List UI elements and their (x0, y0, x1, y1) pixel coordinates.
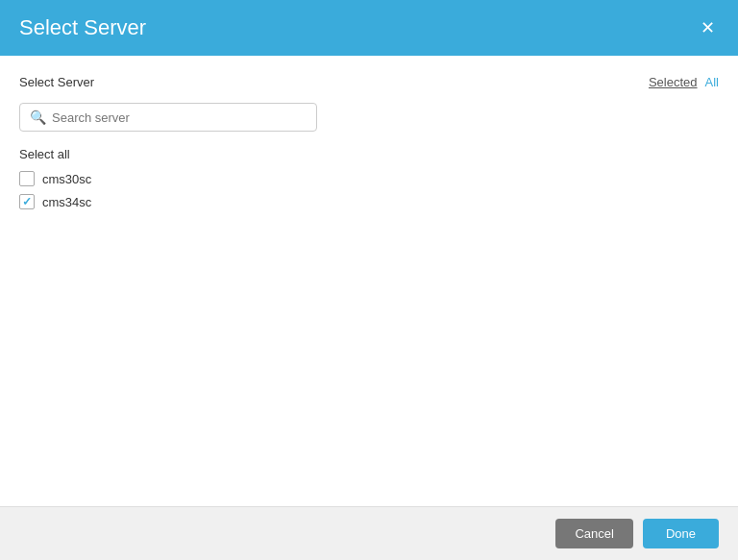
cancel-button[interactable]: Cancel (555, 519, 632, 548)
section-header: Select Server Selected All (19, 75, 719, 89)
dialog-header: Select Server ✕ (0, 0, 738, 56)
server-name-cms30sc: cms30sc (42, 172, 91, 186)
dialog-body: Select Server Selected All 🔍 Select all … (0, 56, 738, 506)
server-name-cms34sc: cms34sc (42, 195, 91, 209)
list-item: cms30sc (19, 171, 719, 186)
server-checkbox-cms30sc[interactable] (19, 171, 35, 186)
done-button[interactable]: Done (643, 519, 719, 548)
server-checkbox-cms34sc[interactable] (19, 194, 35, 209)
dialog-footer: Cancel Done (0, 506, 738, 560)
dialog-title: Select Server (19, 15, 146, 40)
select-all-label[interactable]: Select all (19, 147, 719, 161)
close-button[interactable]: ✕ (697, 17, 719, 38)
search-box: 🔍 (19, 103, 317, 132)
list-item: cms34sc (19, 194, 719, 209)
search-input[interactable] (52, 110, 307, 125)
select-server-dialog: Select Server ✕ Select Server Selected A… (0, 0, 738, 560)
server-list: cms30sc cms34sc (19, 171, 719, 209)
search-icon: 🔍 (30, 110, 46, 125)
tab-all[interactable]: All (705, 75, 719, 89)
tab-selected[interactable]: Selected (649, 75, 698, 89)
section-label: Select Server (19, 75, 94, 89)
